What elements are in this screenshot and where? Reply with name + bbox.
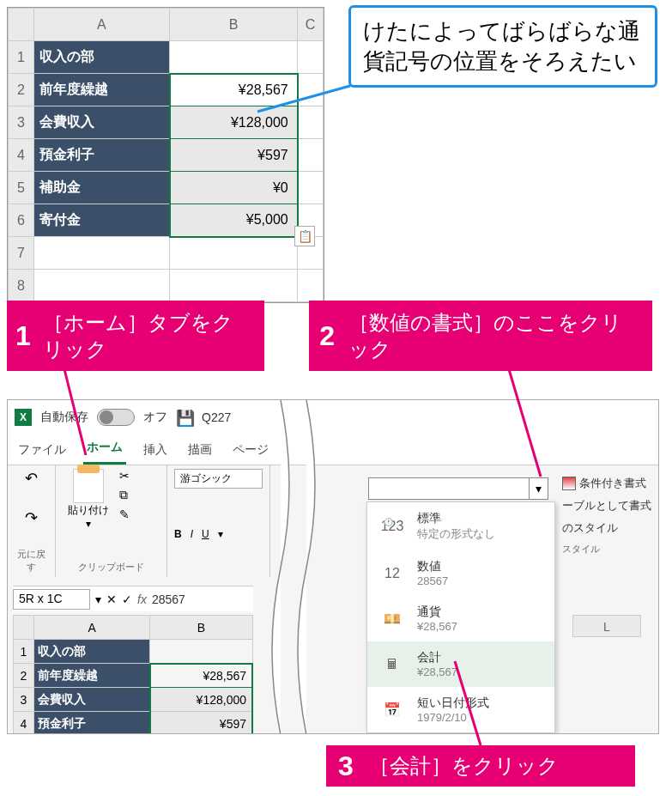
format-option-shortdate[interactable]: 📅 短い日付形式1979/2/10 (367, 687, 554, 732)
paste-label: 貼り付け (68, 503, 109, 518)
group-label-clipboard: クリップボード (63, 561, 160, 574)
step-number: 2 (309, 301, 345, 371)
bold-button[interactable]: B (174, 528, 182, 540)
row-header[interactable]: 1 (9, 41, 34, 74)
redo-icon[interactable]: ↷ (15, 508, 48, 527)
tab-insert[interactable]: 挿入 (140, 435, 171, 465)
underline-button[interactable]: U (202, 528, 209, 540)
font-name-combo[interactable]: 游ゴシック (174, 469, 263, 489)
col-header-L[interactable]: L (572, 615, 641, 637)
clipboard-group: 貼り付け ▾ ✂ ⧉ ✎ クリップボード (56, 465, 167, 577)
format-painter-icon[interactable]: ✎ (119, 507, 130, 521)
styles-group: 条件付き書式 ーブルとして書式 のスタイル スタイル (562, 472, 651, 559)
row-header[interactable]: 4 (9, 139, 34, 172)
cell-styles-button[interactable]: のスタイル (562, 517, 651, 539)
format-as-table-button[interactable]: ーブルとして書式 (562, 495, 651, 517)
col-header-A[interactable]: A (34, 616, 150, 640)
corner-cell[interactable] (9, 9, 34, 41)
format-option-accounting[interactable]: 🖩 会計¥28,567 (367, 641, 554, 687)
tab-home[interactable]: ホーム (83, 433, 126, 465)
tab-draw[interactable]: 描画 (185, 435, 215, 465)
spreadsheet-lower: A B 1収入の部 2前年度繰越¥28,567 3会費収入¥128,000 4預… (13, 615, 253, 734)
quick-access-toolbar: X 自動保存 オフ 💾 Q227 (8, 400, 658, 434)
step-2-callout: 2 ［数値の書式］のここをクリック (309, 301, 652, 371)
chevron-down-icon[interactable]: ▾ (95, 592, 101, 606)
undo-group: ↶ ↷ 元に戻す (8, 465, 56, 577)
chevron-down-icon[interactable]: ▾ (86, 518, 91, 530)
standard-icon: 🕐123 (378, 513, 407, 539)
cell-label[interactable]: 寄付金 (33, 204, 169, 237)
currency-icon: 💴 (378, 606, 407, 632)
conditional-format-button[interactable]: 条件付き書式 (562, 472, 651, 495)
formula-bar: 5R x 1C ▾ ✕ ✓ fx 28567 (13, 586, 253, 611)
paste-icon (73, 469, 104, 503)
chevron-down-icon[interactable]: ▾ (529, 478, 548, 499)
step-text: ［数値の書式］のここをクリック (345, 301, 652, 371)
cell-label[interactable]: 預金利子 (33, 139, 169, 172)
explanation-callout: けたによってばらばらな通貨記号の位置をそろえたい (348, 5, 657, 88)
calendar-icon: 📅 (378, 697, 407, 723)
save-icon[interactable]: 💾 (176, 409, 193, 426)
col-header-C[interactable]: C (298, 9, 324, 41)
number-icon: 12 (378, 561, 407, 586)
cell-value[interactable]: ¥5,000 (170, 204, 298, 237)
cut-icon[interactable]: ✂ (119, 469, 130, 483)
spreadsheet-top: A B C 1 収入の部 2 前年度繰越 ¥28,567 3 会費収入 ¥128… (7, 7, 324, 303)
step-number: 1 (7, 301, 39, 371)
tab-page[interactable]: ページ (229, 435, 272, 465)
italic-button[interactable]: I (191, 528, 193, 540)
format-option-currency[interactable]: 💴 通貨¥28,567 (367, 596, 554, 641)
excel-icon: X (15, 409, 32, 426)
step-number: 3 (326, 745, 366, 787)
group-label-styles: スタイル (562, 539, 651, 559)
step-3-callout: 3 ［会計］をクリック (326, 745, 635, 787)
group-label-undo: 元に戻す (15, 548, 48, 574)
row-header[interactable]: 5 (9, 172, 34, 204)
font-group: 游ゴシック B I U ▾ (167, 465, 270, 577)
chevron-down-icon[interactable]: ▾ (218, 528, 223, 540)
cell-B1[interactable] (170, 41, 298, 74)
excel-ribbon-panel: X 自動保存 オフ 💾 Q227 ファイル ホーム 挿入 描画 ページ ↶ ↷ … (7, 399, 659, 734)
cell-value[interactable]: ¥0 (170, 172, 298, 204)
col-header-B[interactable]: B (150, 616, 252, 640)
step-text: ［ホーム］タブをクリック (39, 301, 264, 371)
cell-A1[interactable]: 収入の部 (33, 41, 169, 74)
format-option-number[interactable]: 12 数値28567 (367, 550, 554, 596)
cell-label[interactable]: 補助金 (33, 172, 169, 204)
enter-icon[interactable]: ✓ (122, 592, 132, 606)
cell-label[interactable]: 前年度繰越 (33, 74, 169, 106)
undo-icon[interactable]: ↶ (15, 469, 48, 488)
row-header[interactable]: 3 (9, 106, 34, 139)
copy-icon[interactable]: ⧉ (119, 488, 130, 502)
cell-value[interactable]: ¥128,000 (170, 106, 298, 139)
cancel-icon[interactable]: ✕ (106, 592, 117, 606)
step-text: ［会計］をクリック (366, 745, 572, 787)
number-format-combo[interactable]: ▾ (368, 477, 548, 500)
cell-A1[interactable]: 収入の部 (34, 640, 150, 664)
cell-label[interactable]: 会費収入 (33, 106, 169, 139)
autosave-off-label: オフ (143, 410, 167, 425)
tab-file[interactable]: ファイル (15, 435, 70, 465)
format-option-standard[interactable]: 🕐123 標準特定の形式なし (367, 502, 554, 550)
autosave-label: 自動保存 (40, 410, 88, 425)
clock-icon: 🕐 (384, 518, 393, 526)
document-name: Q227 (202, 410, 231, 424)
formula-value[interactable]: 28567 (152, 592, 185, 606)
fx-icon[interactable]: fx (137, 592, 147, 606)
col-header-A[interactable]: A (33, 9, 169, 41)
paste-button[interactable]: 貼り付け ▾ (63, 469, 114, 530)
quick-analysis-icon[interactable]: 📋 (294, 226, 315, 246)
col-header-B[interactable]: B (170, 9, 298, 41)
conditional-format-icon (562, 477, 576, 490)
step-1-callout: 1 ［ホーム］タブをクリック (7, 301, 264, 371)
cell-value[interactable]: ¥597 (170, 139, 298, 172)
accounting-icon: 🖩 (378, 652, 407, 678)
cell-value[interactable]: ¥28,567 (170, 74, 298, 106)
ribbon-tabs: ファイル ホーム 挿入 描画 ページ (8, 434, 658, 465)
row-header[interactable]: 6 (9, 204, 34, 237)
name-box[interactable]: 5R x 1C (13, 589, 90, 610)
autosave-toggle[interactable] (97, 409, 135, 426)
row-header[interactable]: 2 (9, 74, 34, 106)
number-format-dropdown: 🕐123 標準特定の形式なし 12 数値28567 💴 通貨¥28,567 🖩 … (366, 501, 555, 733)
ribbon-body: ↶ ↷ 元に戻す 貼り付け ▾ ✂ ⧉ ✎ クリップボード 游ゴシック (8, 465, 658, 577)
